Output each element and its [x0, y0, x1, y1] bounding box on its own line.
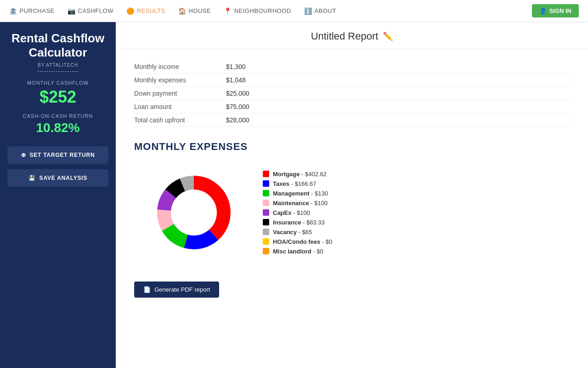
set-target-label: SET TARGET RETURN — [29, 152, 95, 158]
donut-chart — [143, 162, 244, 263]
summary-section: Monthly income $1,300 Monthly expenses $… — [116, 49, 588, 132]
expenses-section: MONTHLY EXPENSES — [116, 132, 588, 272]
mortgage-legend-label: Mortgage - $402.62 — [273, 171, 327, 178]
total-value: $28,000 — [226, 116, 249, 124]
legend-taxes: Taxes - $166.67 — [263, 180, 332, 187]
target-icon: ⊕ — [21, 152, 26, 158]
nav-cashflow[interactable]: 📷 CASHFLOW — [68, 7, 113, 15]
edit-icon[interactable]: ✏️ — [383, 31, 393, 41]
nav-cashflow-label: CASHFLOW — [78, 7, 113, 14]
nav-neighbourhood-label: NEIGHBOURHOOD — [234, 7, 291, 14]
mortgage-color-swatch — [263, 171, 269, 177]
capex-legend-label: CapEx - $100 — [273, 209, 310, 216]
legend-capex: CapEx - $100 — [263, 209, 332, 216]
results-icon: 🟠 — [126, 7, 135, 15]
expenses-label: Monthly expenses — [134, 76, 226, 84]
expenses-title: MONTHLY EXPENSES — [134, 141, 570, 153]
page-header: Untitled Report ✏️ — [116, 22, 588, 49]
sign-in-button[interactable]: 👤 SIGN IN — [532, 4, 579, 17]
cash-on-cash-label: CASH-ON-CASH RETURN — [23, 113, 93, 119]
legend: Mortgage - $402.62 Taxes - $166.67 Manag… — [263, 171, 332, 255]
misc-color-swatch — [263, 248, 269, 254]
content-area: Untitled Report ✏️ Monthly income $1,300… — [116, 22, 588, 368]
nav-purchase-label: PURCHASE — [20, 7, 55, 14]
management-color-swatch — [263, 190, 269, 196]
nav-items: 🏦 PURCHASE 📷 CASHFLOW 🟠 RESULTS 🏠 HOUSE … — [9, 7, 532, 15]
legend-mortgage: Mortgage - $402.62 — [263, 171, 332, 178]
donut-hole — [171, 190, 217, 236]
sidebar-title: Rental Cashflow Calculator — [7, 31, 108, 60]
nav-house-label: HOUSE — [188, 7, 211, 14]
nav-about-label: ABOUT — [314, 7, 336, 14]
page-title: Untitled Report — [311, 30, 379, 42]
capex-color-swatch — [263, 209, 269, 216]
sidebar: Rental Cashflow Calculator BY ATTALITECH… — [0, 22, 116, 368]
main-layout: Rental Cashflow Calculator BY ATTALITECH… — [0, 22, 588, 368]
set-target-return-button[interactable]: ⊕ SET TARGET RETURN — [7, 146, 108, 164]
save-analysis-button[interactable]: 💾 SAVE ANALYSIS — [7, 169, 108, 187]
taxes-legend-label: Taxes - $166.67 — [273, 180, 316, 187]
vacancy-color-swatch — [263, 229, 269, 235]
legend-hoa: HOA/Condo fees - $0 — [263, 238, 332, 245]
misc-legend-label: Misc landlord - $0 — [273, 248, 323, 255]
legend-maintenance: Maintenance - $100 — [263, 200, 332, 207]
hoa-legend-label: HOA/Condo fees - $0 — [273, 238, 332, 245]
save-icon: 💾 — [28, 175, 36, 181]
nav-about[interactable]: ℹ️ ABOUT — [304, 7, 336, 15]
donut-svg — [143, 162, 244, 263]
summary-row-total: Total cash upfront $28,000 — [134, 114, 570, 127]
taxes-color-swatch — [263, 180, 269, 187]
total-label: Total cash upfront — [134, 116, 226, 124]
summary-row-down: Down payment $25,000 — [134, 87, 570, 100]
nav-results[interactable]: 🟠 RESULTS — [126, 7, 165, 15]
monthly-cashflow-label: MONTHLY CASHFLOW — [27, 80, 89, 86]
legend-insurance: Insurance - $83.33 — [263, 219, 332, 226]
management-legend-label: Management - $130 — [273, 190, 328, 197]
insurance-legend-label: Insurance - $83.33 — [273, 219, 325, 226]
save-analysis-label: SAVE ANALYSIS — [40, 175, 88, 181]
insurance-color-swatch — [263, 219, 269, 225]
pdf-label: Generate PDF report — [154, 286, 210, 293]
income-value: $1,300 — [226, 63, 246, 70]
pdf-icon: 📄 — [143, 286, 151, 293]
maintenance-color-swatch — [263, 200, 269, 206]
sidebar-by: BY ATTALITECH — [38, 63, 78, 72]
pdf-section: 📄 Generate PDF report — [116, 272, 588, 307]
sign-in-label: SIGN IN — [549, 7, 571, 14]
down-value: $25,000 — [226, 90, 249, 97]
summary-row-loan: Loan amount $75,000 — [134, 100, 570, 114]
cash-on-cash-value: 10.82% — [36, 121, 80, 135]
monthly-cashflow-value: $252 — [40, 87, 76, 107]
summary-row-income: Monthly income $1,300 — [134, 60, 570, 74]
user-icon: 👤 — [539, 7, 547, 14]
purchase-icon: 🏦 — [9, 7, 17, 15]
generate-pdf-button[interactable]: 📄 Generate PDF report — [134, 282, 219, 298]
loan-label: Loan amount — [134, 103, 226, 110]
income-label: Monthly income — [134, 63, 226, 70]
vacancy-legend-label: Vacancy - $65 — [273, 229, 312, 236]
down-label: Down payment — [134, 90, 226, 97]
nav-house[interactable]: 🏠 HOUSE — [178, 7, 211, 15]
expenses-value: $1,048 — [226, 76, 246, 84]
legend-management: Management - $130 — [263, 190, 332, 197]
top-nav: 🏦 PURCHASE 📷 CASHFLOW 🟠 RESULTS 🏠 HOUSE … — [0, 0, 588, 22]
summary-row-expenses: Monthly expenses $1,048 — [134, 74, 570, 87]
nav-neighbourhood[interactable]: 📍 NEIGHBOURHOOD — [224, 7, 291, 15]
cashflow-icon: 📷 — [68, 7, 76, 15]
neighbourhood-icon: 📍 — [224, 7, 232, 15]
hoa-color-swatch — [263, 238, 269, 245]
nav-results-label: RESULTS — [136, 7, 165, 14]
about-icon: ℹ️ — [304, 7, 312, 15]
nav-purchase[interactable]: 🏦 PURCHASE — [9, 7, 55, 15]
maintenance-legend-label: Maintenance - $100 — [273, 200, 328, 207]
content-inner: Untitled Report ✏️ Monthly income $1,300… — [116, 22, 588, 307]
legend-misc: Misc landlord - $0 — [263, 248, 332, 255]
house-icon: 🏠 — [178, 7, 187, 15]
legend-vacancy: Vacancy - $65 — [263, 229, 332, 236]
chart-container: Mortgage - $402.62 Taxes - $166.67 Manag… — [134, 162, 570, 263]
loan-value: $75,000 — [226, 103, 249, 110]
